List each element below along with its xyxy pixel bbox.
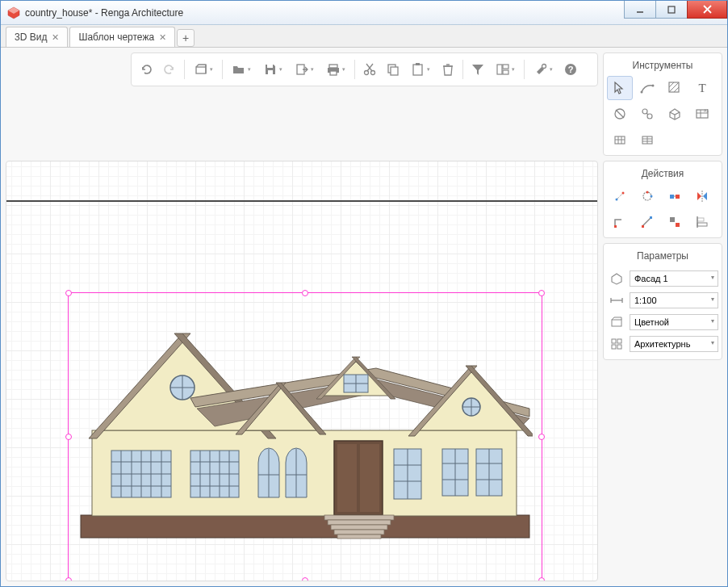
svg-point-14 xyxy=(365,71,369,75)
hatch-tool[interactable] xyxy=(662,76,688,100)
selection-handle[interactable] xyxy=(65,577,72,581)
svg-rect-127 xyxy=(676,195,680,199)
line-tool[interactable] xyxy=(634,76,660,100)
selection-handle[interactable] xyxy=(65,290,72,296)
svg-point-124 xyxy=(646,191,649,194)
scale-select[interactable]: 1:100 xyxy=(630,292,718,308)
settings-button[interactable] xyxy=(528,57,559,82)
dimension-tool[interactable] xyxy=(634,102,660,126)
svg-text:T: T xyxy=(698,82,705,94)
open-button[interactable] xyxy=(226,57,257,82)
rotate-action[interactable] xyxy=(634,184,660,208)
split-action[interactable] xyxy=(662,210,688,234)
svg-rect-6 xyxy=(196,67,206,73)
grid2-tool[interactable] xyxy=(634,128,660,152)
cut-button[interactable] xyxy=(358,57,381,82)
grid-tool[interactable] xyxy=(607,128,633,152)
view-tool[interactable] xyxy=(662,102,688,126)
window-title: country_house* - Renga Architecture xyxy=(25,7,625,19)
project-button[interactable] xyxy=(188,57,219,82)
actions-panel-title: Действия xyxy=(607,165,718,184)
svg-rect-137 xyxy=(697,223,707,226)
scale-icon xyxy=(607,291,626,310)
paste-button[interactable] xyxy=(405,57,436,82)
tab-drawing-template[interactable]: Шаблон чертежа ✕ xyxy=(69,27,175,47)
svg-rect-11 xyxy=(329,65,337,68)
svg-text:?: ? xyxy=(568,65,574,74)
tab-label: 3D Вид xyxy=(15,31,47,43)
select-tool[interactable] xyxy=(607,76,633,100)
svg-point-31 xyxy=(652,85,655,87)
svg-rect-130 xyxy=(614,225,617,228)
main-toolbar: ? xyxy=(131,52,598,86)
move-action[interactable] xyxy=(607,184,633,208)
tab-bar: 3D Вид ✕ Шаблон чертежа ✕ + xyxy=(1,25,727,48)
svg-line-122 xyxy=(617,194,622,199)
svg-rect-26 xyxy=(503,70,508,74)
svg-rect-19 xyxy=(391,67,398,75)
ground-line xyxy=(6,200,597,202)
svg-rect-13 xyxy=(330,71,337,75)
tab-close-icon[interactable]: ✕ xyxy=(52,32,59,43)
svg-line-34 xyxy=(669,82,679,92)
help-button[interactable]: ? xyxy=(559,57,582,82)
tab-3d-view[interactable]: 3D Вид ✕ xyxy=(6,27,68,47)
table-tool[interactable]: A1 xyxy=(689,102,715,126)
svg-line-41 xyxy=(646,113,648,115)
tab-label: Шаблон чертежа xyxy=(78,31,154,43)
export-button[interactable] xyxy=(289,57,320,82)
svg-rect-116 xyxy=(328,520,391,525)
svg-rect-20 xyxy=(413,65,422,75)
svg-rect-21 xyxy=(416,63,420,65)
svg-rect-8 xyxy=(267,65,273,68)
undo-button[interactable] xyxy=(135,57,157,82)
mirror-action[interactable] xyxy=(689,184,715,208)
view-select[interactable]: Фасад 1 xyxy=(630,270,718,287)
selection-handle[interactable] xyxy=(302,577,308,581)
svg-rect-136 xyxy=(697,218,704,221)
manager-button[interactable] xyxy=(490,57,521,82)
axis-tool[interactable] xyxy=(607,102,633,126)
svg-rect-3 xyxy=(668,6,675,13)
svg-rect-119 xyxy=(337,535,381,539)
filter-button[interactable] xyxy=(467,57,489,82)
text-tool[interactable]: T xyxy=(689,76,715,100)
svg-point-30 xyxy=(641,91,643,94)
add-tab-button[interactable]: + xyxy=(177,29,195,47)
redo-button[interactable] xyxy=(158,57,181,82)
svg-rect-115 xyxy=(324,515,394,520)
svg-point-125 xyxy=(651,195,653,198)
app-icon xyxy=(7,6,20,19)
minimize-button[interactable] xyxy=(624,1,656,19)
selection-handle[interactable] xyxy=(538,577,545,581)
svg-point-15 xyxy=(371,71,375,75)
delete-button[interactable] xyxy=(437,57,459,82)
selection-handle[interactable] xyxy=(302,290,308,296)
svg-rect-118 xyxy=(334,530,384,535)
selection-handle[interactable] xyxy=(538,434,545,440)
trim-action[interactable] xyxy=(607,210,633,234)
copy-button[interactable] xyxy=(382,57,404,82)
selection-handle[interactable] xyxy=(538,290,545,296)
detail-select[interactable]: Архитектурнь xyxy=(630,336,718,352)
copy-action[interactable] xyxy=(662,184,688,208)
actions-panel: Действия xyxy=(603,161,722,238)
tools-panel: Инструменты T A1 xyxy=(603,52,722,156)
svg-rect-25 xyxy=(503,65,508,69)
align-action[interactable] xyxy=(689,210,715,234)
canvas[interactable] xyxy=(6,161,598,581)
close-button[interactable] xyxy=(687,1,727,19)
style-select[interactable]: Цветной xyxy=(630,314,718,330)
tab-close-icon[interactable]: ✕ xyxy=(159,32,166,43)
selection-handle[interactable] xyxy=(65,434,72,440)
svg-rect-117 xyxy=(331,525,387,530)
maximize-button[interactable] xyxy=(655,1,688,19)
save-button[interactable] xyxy=(257,57,288,82)
svg-rect-143 xyxy=(612,339,616,343)
print-button[interactable] xyxy=(320,57,351,82)
extend-action[interactable] xyxy=(634,210,660,234)
svg-rect-144 xyxy=(617,339,621,343)
svg-rect-142 xyxy=(612,320,621,326)
svg-line-16 xyxy=(367,64,373,71)
svg-line-33 xyxy=(669,82,674,87)
